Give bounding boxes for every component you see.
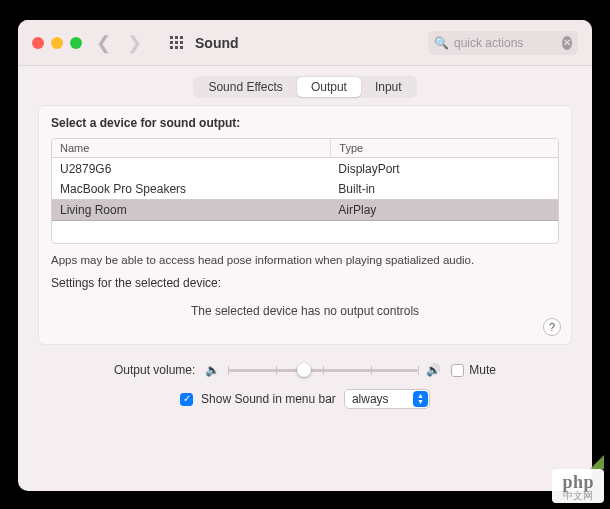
mute-checkbox[interactable] <box>451 364 464 377</box>
tab-bar: Sound Effects Output Input <box>38 76 572 98</box>
table-row-selected[interactable]: Living Room AirPlay <box>52 199 558 221</box>
settings-label: Settings for the selected device: <box>51 276 559 290</box>
menubar-row: Show Sound in menu bar always ▲▼ <box>38 389 572 409</box>
device-table: Name Type U2879G6 DisplayPort MacBook Pr… <box>51 138 559 244</box>
segmented-control: Sound Effects Output Input <box>193 76 416 98</box>
titlebar: ❮ ❯ Sound 🔍 ✕ <box>18 20 592 66</box>
tab-output[interactable]: Output <box>297 77 361 97</box>
volume-slider[interactable] <box>228 369 418 372</box>
content-area: Sound Effects Output Input Select a devi… <box>18 66 592 491</box>
page-title: Sound <box>195 35 239 51</box>
nav-controls: ❮ ❯ <box>96 32 183 54</box>
menubar-mode-select[interactable]: always ▲▼ <box>344 389 430 409</box>
device-type: AirPlay <box>330 200 558 220</box>
table-row[interactable]: U2879G6 DisplayPort <box>52 158 558 179</box>
table-header: Name Type <box>52 139 558 158</box>
all-prefs-button[interactable] <box>170 36 183 49</box>
panel-heading: Select a device for sound output: <box>51 116 559 130</box>
help-button[interactable]: ? <box>543 318 561 336</box>
speaker-low-icon: 🔈 <box>205 363 220 377</box>
clear-search-icon[interactable]: ✕ <box>562 36 572 50</box>
stepper-arrows-icon: ▲▼ <box>413 391 428 407</box>
output-panel: Select a device for sound output: Name T… <box>38 105 572 345</box>
watermark-sub: 中文网 <box>562 491 594 501</box>
close-button[interactable] <box>32 37 44 49</box>
zoom-button[interactable] <box>70 37 82 49</box>
table-row[interactable]: MacBook Pro Speakers Built-in <box>52 179 558 199</box>
show-in-menubar-label: Show Sound in menu bar <box>201 392 336 406</box>
col-type[interactable]: Type <box>330 139 558 157</box>
slider-knob[interactable] <box>297 363 311 377</box>
select-value: always <box>352 392 389 406</box>
search-field[interactable]: 🔍 ✕ <box>428 31 578 55</box>
tab-sound-effects[interactable]: Sound Effects <box>194 77 297 97</box>
volume-slider-group: 🔈 🔊 <box>205 363 441 377</box>
watermark-brand: php <box>562 473 594 491</box>
mute-label: Mute <box>469 363 496 377</box>
volume-row: Output volume: 🔈 🔊 Mute <box>38 363 572 377</box>
corner-decoration <box>590 455 604 469</box>
back-button[interactable]: ❮ <box>96 32 111 54</box>
device-type: DisplayPort <box>330 158 558 179</box>
watermark: php 中文网 <box>552 469 604 503</box>
speaker-high-icon: 🔊 <box>426 363 441 377</box>
spatial-audio-hint: Apps may be able to access head pose inf… <box>51 254 559 266</box>
minimize-button[interactable] <box>51 37 63 49</box>
mute-control: Mute <box>451 363 496 377</box>
search-icon: 🔍 <box>434 36 449 50</box>
no-controls-text: The selected device has no output contro… <box>51 304 559 318</box>
sound-preferences-window: ❮ ❯ Sound 🔍 ✕ Sound Effects Output Input… <box>18 20 592 491</box>
device-name: MacBook Pro Speakers <box>52 179 330 199</box>
device-type: Built-in <box>330 179 558 199</box>
show-in-menubar-checkbox[interactable] <box>180 393 193 406</box>
traffic-lights <box>32 37 82 49</box>
output-volume-label: Output volume: <box>114 363 195 377</box>
search-input[interactable] <box>454 36 557 50</box>
forward-button[interactable]: ❯ <box>127 32 142 54</box>
table-empty-row <box>52 221 558 243</box>
tab-input[interactable]: Input <box>361 77 416 97</box>
device-name: Living Room <box>52 200 330 220</box>
device-name: U2879G6 <box>52 158 330 179</box>
col-name[interactable]: Name <box>52 139 330 157</box>
